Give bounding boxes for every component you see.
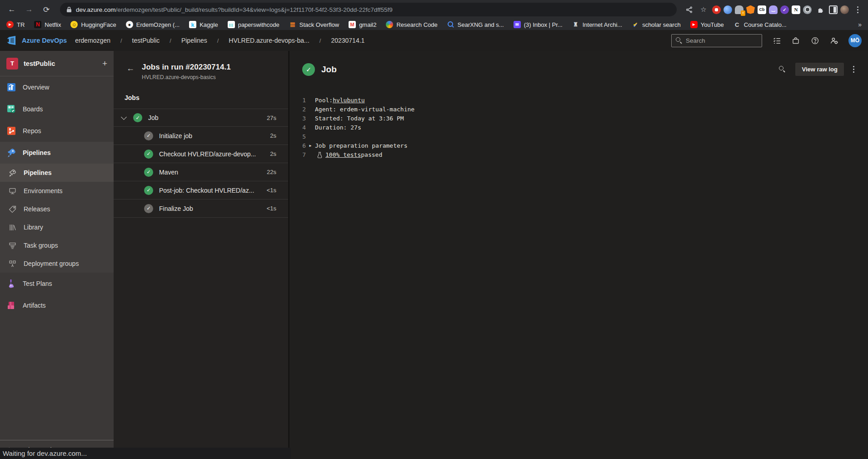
view-raw-log-button[interactable]: View raw log [795, 63, 844, 76]
azure-devops-logo-icon[interactable] [6, 35, 17, 46]
run-title: Jobs in run #20230714.1 [142, 63, 231, 72]
bookmark-github[interactable]: ErdemOzgen (... [126, 21, 180, 28]
sidebar-item-overview[interactable]: Overview [0, 76, 114, 98]
job-name: Job [148, 114, 159, 121]
bookmark-research-code[interactable]: Research Code [386, 21, 437, 28]
bookmark-youtube[interactable]: YouTube [690, 21, 724, 28]
back-icon[interactable]: ← [5, 2, 19, 17]
success-check-icon [133, 113, 142, 122]
line-number: 3 [289, 114, 306, 123]
profile-avatar[interactable] [840, 5, 849, 14]
sidebar-item-task-groups[interactable]: Task groups [0, 236, 114, 254]
reload-icon[interactable]: ⟳ [39, 2, 54, 17]
marketplace-bag-icon[interactable] [791, 36, 800, 45]
sidebar-item-artifacts[interactable]: Artifacts [0, 294, 114, 316]
bookmark-searxng[interactable]: SearXNG and s... [447, 21, 504, 28]
sidebar-item-environments[interactable]: Environments [0, 182, 114, 200]
task-groups-icon [7, 242, 17, 249]
red-extension-icon[interactable] [712, 5, 721, 14]
phantom-extension-icon[interactable] [769, 5, 778, 14]
side-panel-icon[interactable] [829, 5, 838, 14]
browser-menu-kebab-icon[interactable] [852, 4, 863, 15]
breadcrumb-run-number[interactable]: 20230714.1 [331, 37, 364, 44]
sidebar-item-boards[interactable]: Boards [0, 98, 114, 120]
url-text: dev.azure.com/erdemozgen/testPublic/_bui… [76, 6, 393, 13]
step-duration: 2s [270, 132, 276, 139]
paperswithcode-favicon [228, 21, 235, 28]
log-line: 1 Pool: hvlubuntu [289, 96, 868, 105]
user-settings-icon[interactable] [829, 36, 838, 45]
tests-passed-link[interactable]: 100% tests [325, 150, 361, 160]
job-row-checkout[interactable]: Checkout HVLRED/azure-devop... 2s [114, 145, 288, 163]
bookmark-course-catalog[interactable]: Course Catalo... [733, 21, 787, 28]
line-number: 2 [289, 105, 306, 114]
bookmark-internet-archive[interactable]: Internet Archi... [572, 21, 622, 28]
log-panel-header: Job View raw log [289, 51, 868, 76]
help-icon[interactable] [810, 36, 819, 45]
bookmark-scholar[interactable]: scholar search [632, 21, 681, 28]
pool-link[interactable]: hvlubuntu [333, 96, 364, 105]
job-row-post-job-checkout[interactable]: Post-job: Checkout HVLRED/az... <1s [114, 181, 288, 200]
share-icon[interactable] [683, 4, 695, 15]
user-avatar[interactable]: MÖ [848, 34, 862, 47]
job-row-initialize-job[interactable]: Initialize job 2s [114, 127, 288, 145]
job-row-finalize-job[interactable]: Finalize Job <1s [114, 200, 288, 218]
puzzle-extensions-icon[interactable] [814, 4, 826, 15]
ghost-extension-icon[interactable] [735, 5, 743, 14]
camera-extension-icon[interactable] [803, 5, 812, 14]
breadcrumb-pipelines[interactable]: Pipelines [181, 37, 207, 44]
sidebar-item-pipelines[interactable]: Pipelines [0, 164, 114, 182]
sidebar-item-releases[interactable]: Releases [0, 200, 114, 218]
sidebar-item-repos[interactable]: Repos [0, 120, 114, 142]
bookmark-tr[interactable]: TR [6, 21, 25, 28]
product-title[interactable]: Azure DevOps [22, 37, 67, 44]
metamask-extension-icon[interactable] [746, 5, 755, 14]
bookmark-kaggle[interactable]: Kaggle [189, 21, 218, 28]
breadcrumb-pipeline-name[interactable]: HVLRED.azure-devops-ba... [229, 37, 309, 44]
bookmark-netflix[interactable]: Netflix [34, 21, 61, 28]
search-input[interactable] [686, 37, 758, 44]
log-search-icon[interactable] [779, 66, 786, 73]
purple-check-extension-icon[interactable] [780, 5, 789, 14]
url-bar[interactable]: dev.azure.com/erdemozgen/testPublic/_bui… [60, 3, 677, 16]
expander-triangle-icon[interactable]: ▶ [306, 141, 315, 150]
bookmark-paperswithcode[interactable]: paperswithcode [228, 21, 279, 28]
orbit-extension-icon[interactable] [723, 5, 732, 14]
bookmark-inbox[interactable]: (3) Inbox | Pr... [514, 21, 563, 28]
forward-icon[interactable]: → [22, 2, 36, 17]
youtube-favicon [690, 21, 698, 28]
sidebar-item-library[interactable]: Library [0, 218, 114, 236]
github-favicon [126, 21, 133, 28]
step-name: Checkout HVLRED/azure-devop... [159, 150, 256, 158]
step-duration: 2s [270, 150, 276, 157]
bookmark-huggingface[interactable]: HuggingFace [70, 21, 116, 28]
log-menu-kebab-icon[interactable] [853, 66, 854, 73]
sidebar-item-test-plans[interactable]: Test Plans [0, 273, 114, 294]
search-icon [676, 37, 682, 44]
bookmark-stackoverflow[interactable]: Stack Overflow [289, 21, 339, 28]
bookmark-star-icon[interactable]: ☆ [698, 4, 709, 15]
task-list-icon[interactable] [772, 36, 781, 45]
sidebar-item-deployment-groups[interactable]: Deployment groups [0, 254, 114, 273]
chevron-down-icon[interactable] [121, 114, 127, 120]
step-name: Post-job: Checkout HVLRED/az... [159, 187, 254, 194]
browser-status-bubble: Waiting for dev.azure.com... [0, 448, 291, 459]
sidebar-item-pipelines-hub[interactable]: Pipelines [0, 142, 114, 164]
kaggle-favicon [189, 21, 196, 28]
step-name: Finalize Job [159, 205, 193, 212]
job-row-maven[interactable]: Maven 22s [114, 163, 288, 181]
back-arrow-icon[interactable]: ← [126, 64, 135, 80]
notion-extension-icon[interactable] [792, 5, 800, 14]
sidebar-item-label: Repos [23, 127, 41, 135]
job-row-job[interactable]: Job 27s [114, 109, 288, 127]
breadcrumb-project[interactable]: testPublic [132, 37, 160, 44]
project-header[interactable]: T testPublic + [0, 51, 114, 76]
colab-extension-icon[interactable] [758, 5, 766, 14]
bookmark-gmail[interactable]: gmail2 [349, 21, 376, 28]
bookmarks-overflow-chevron[interactable]: » [858, 21, 862, 28]
sidebar-item-label: Artifacts [23, 302, 46, 309]
log-panel: Job View raw log 1 Pool: hvlubuntu 2 Age… [289, 51, 868, 459]
breadcrumb-org[interactable]: erdemozgen [75, 37, 110, 44]
global-search-box[interactable] [671, 34, 762, 47]
add-project-button[interactable]: + [102, 59, 107, 69]
